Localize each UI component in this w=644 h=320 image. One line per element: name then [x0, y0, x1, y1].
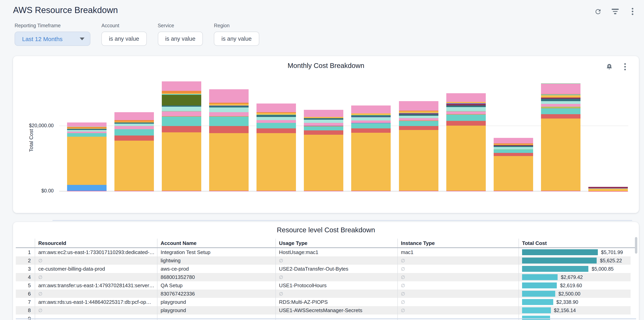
bar-segment-pink[interactable]	[399, 101, 438, 111]
bar-segment-blue[interactable]	[67, 185, 106, 191]
bar-segment-mint[interactable]	[352, 117, 391, 121]
bar-segment-darkteal[interactable]	[304, 118, 344, 120]
stacked-bar-october[interactable]	[494, 138, 533, 191]
bar-segment-pink[interactable]	[67, 132, 106, 133]
bar-segment-amber[interactable]	[209, 133, 248, 191]
bar-segment-magenta[interactable]	[352, 191, 391, 191]
bar-segment-mint[interactable]	[114, 124, 154, 126]
stacked-bar-july[interactable]	[352, 106, 391, 191]
table-row[interactable]: 1arn:aws:ec2:us-east-1:733017110293:dedi…	[16, 248, 636, 256]
bar-segment-pink[interactable]	[209, 112, 248, 116]
more-vert-icon[interactable]	[628, 7, 637, 16]
bar-segment-teal[interactable]	[399, 121, 438, 126]
bar-segment-teal[interactable]	[114, 129, 154, 136]
bar-segment-amber[interactable]	[446, 102, 486, 103]
bar-segment-darkteal[interactable]	[209, 106, 248, 107]
bar-segment-magenta[interactable]	[209, 191, 248, 191]
bar-segment-amber[interactable]	[352, 133, 391, 191]
bar-segment-mint[interactable]	[399, 116, 438, 118]
total-cost-bar[interactable]	[522, 282, 557, 288]
total-cost-bar[interactable]	[522, 274, 558, 280]
bar-segment-mint[interactable]	[446, 107, 486, 111]
bar-segment-red[interactable]	[541, 114, 580, 119]
table-row[interactable]: 4∅868001352780∅∅$2,679.42	[16, 273, 636, 281]
bar-segment-amber[interactable]	[494, 156, 533, 191]
column-header-resourceid[interactable]: ResourceId	[35, 239, 157, 247]
bar-segment-amber[interactable]	[352, 113, 391, 115]
stacked-bar-september[interactable]	[446, 93, 486, 191]
alert-bell-add-icon[interactable]	[605, 62, 614, 71]
bar-segment-teal[interactable]	[352, 123, 391, 128]
bar-segment-amber[interactable]	[304, 117, 344, 118]
bar-segment-pink[interactable]	[209, 90, 248, 103]
bar-segment-amber[interactable]	[541, 95, 580, 98]
bar-segment-amber[interactable]	[304, 135, 344, 191]
table-row[interactable]: 2∅lightwing∅∅$5,625.22	[16, 256, 636, 265]
bar-segment-mint[interactable]	[257, 117, 296, 120]
bar-segment-pink[interactable]	[352, 106, 391, 113]
bar-segment-mint[interactable]	[67, 130, 106, 132]
bar-segment-darkteal[interactable]	[162, 106, 201, 107]
table-scrollbar-thumb[interactable]	[635, 237, 637, 254]
bar-segment-darkteal[interactable]	[352, 116, 391, 117]
column-header-instance-type[interactable]: Instance Type	[397, 239, 518, 247]
bar-segment-mint[interactable]	[162, 107, 201, 111]
bar-segment-magenta[interactable]	[304, 191, 344, 191]
bar-segment-pink[interactable]	[494, 138, 533, 143]
bar-segment-teal[interactable]	[209, 117, 248, 126]
bar-segment-amber[interactable]	[67, 137, 106, 185]
bar-segment-magenta[interactable]	[257, 191, 296, 191]
bar-segment-mint[interactable]	[209, 107, 248, 112]
stacked-bar-april[interactable]	[209, 90, 248, 191]
bar-segment-mint[interactable]	[494, 147, 533, 150]
bar-segment-red[interactable]	[209, 126, 248, 133]
bar-segment-maroon[interactable]	[588, 187, 628, 188]
stacked-bar-november[interactable]	[541, 83, 580, 191]
bar-segment-pink[interactable]	[162, 81, 201, 91]
table-row[interactable]: 6∅830767422336∅∅$2,500.00	[16, 289, 636, 298]
bar-segment-pink[interactable]	[541, 84, 580, 94]
table-row[interactable]: 7arn:aws:rds:us-east-1:448640225317:db:p…	[16, 298, 636, 306]
stacked-bar-january--21[interactable]	[67, 122, 106, 191]
stacked-bar-december[interactable]	[588, 187, 628, 191]
total-cost-bar[interactable]	[522, 266, 588, 272]
bar-segment-magenta[interactable]	[446, 191, 486, 191]
bar-segment-orange[interactable]	[162, 91, 201, 93]
total-cost-bar[interactable]	[522, 249, 598, 255]
table-row[interactable]: 3ce-customer-billing-data-prodaws-ce-pro…	[16, 265, 636, 273]
bar-segment-teal[interactable]	[494, 150, 533, 153]
bar-segment-pink[interactable]	[257, 120, 296, 123]
total-cost-bar[interactable]	[522, 316, 550, 320]
bar-segment-pink[interactable]	[114, 126, 154, 129]
bar-segment-darkteal[interactable]	[114, 122, 154, 124]
bar-segment-darkteal[interactable]	[446, 105, 486, 107]
bar-segment-red[interactable]	[352, 128, 391, 133]
bar-segment-amber[interactable]	[399, 111, 438, 113]
bar-segment-olive[interactable]	[162, 95, 201, 106]
stacked-bar-august[interactable]	[399, 101, 438, 191]
bar-segment-amber[interactable]	[209, 104, 248, 105]
stacked-bar-may[interactable]	[257, 104, 296, 191]
bar-segment-maroon[interactable]	[446, 104, 486, 105]
table-row[interactable]: 5arn:aws:transfer:us-east-1:479370281431…	[16, 281, 636, 289]
bar-segment-pink[interactable]	[541, 104, 580, 107]
bar-segment-magenta[interactable]	[67, 191, 106, 191]
stacked-bar-february[interactable]	[114, 112, 154, 191]
table-row[interactable]: 8∅playgroundUSE1-AWSSecretsManager-Secre…	[16, 306, 636, 314]
stacked-bar-march[interactable]	[162, 81, 201, 191]
total-cost-bar[interactable]	[522, 307, 551, 313]
bar-segment-red[interactable]	[114, 136, 154, 140]
total-cost-bar[interactable]	[522, 258, 597, 263]
bar-segment-pink[interactable]	[352, 120, 391, 123]
bar-segment-amber[interactable]	[114, 140, 154, 191]
bar-segment-magenta[interactable]	[114, 191, 154, 191]
bar-segment-darkteal[interactable]	[257, 115, 296, 117]
filter-icon[interactable]	[611, 7, 620, 16]
account-filter-button[interactable]: is any value	[102, 32, 146, 46]
bar-segment-amber[interactable]	[446, 126, 486, 191]
bar-segment-amber[interactable]	[588, 189, 628, 191]
bar-segment-red[interactable]	[399, 126, 438, 130]
refresh-icon[interactable]	[594, 7, 602, 16]
bar-segment-teal[interactable]	[446, 115, 486, 121]
region-filter-button[interactable]: is any value	[214, 32, 259, 46]
